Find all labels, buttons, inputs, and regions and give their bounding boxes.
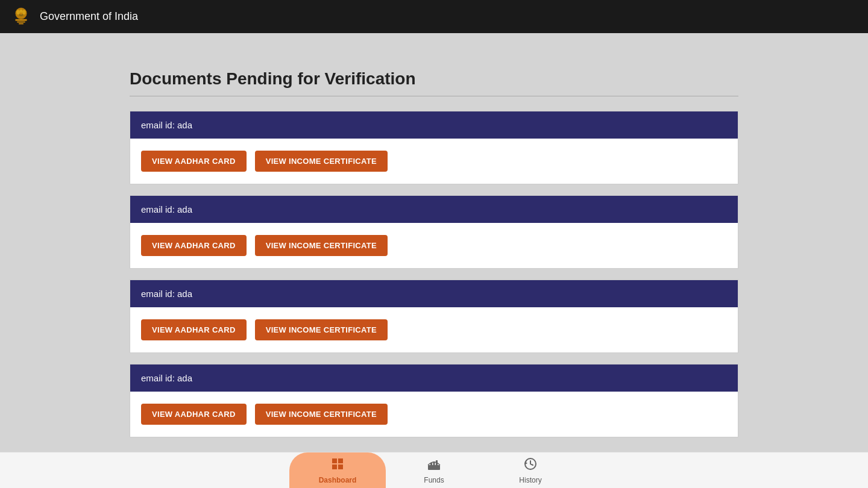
app-title: Government of India [40,10,138,23]
view-aadhar-button-2[interactable]: VIEW AADHAR CARD [141,319,247,340]
card-header-1: email id: ada [130,196,738,223]
nav-label-history: History [519,476,541,484]
document-card-2: email id: ada VIEW AADHAR CARD VIEW INCO… [130,280,738,353]
svg-point-6 [16,10,20,14]
svg-rect-1 [16,19,27,20]
card-email-0: email id: ada [141,120,192,130]
page-title: Documents Pending for Verification [130,69,738,89]
view-aadhar-button-0[interactable]: VIEW AADHAR CARD [141,151,247,172]
title-divider [130,96,738,96]
app-header: Government of India [0,0,868,33]
card-body-3: VIEW AADHAR CARD VIEW INCOME CERTIFICATE [130,392,738,437]
view-income-button-0[interactable]: VIEW INCOME CERTIFICATE [255,151,388,172]
svg-rect-9 [332,458,337,463]
funds-icon [427,457,441,475]
svg-rect-12 [338,465,343,469]
card-body-2: VIEW AADHAR CARD VIEW INCOME CERTIFICATE [130,307,738,352]
government-emblem [10,5,33,28]
view-income-button-3[interactable]: VIEW INCOME CERTIFICATE [255,404,388,425]
document-card-1: email id: ada VIEW AADHAR CARD VIEW INCO… [130,195,738,269]
card-body-0: VIEW AADHAR CARD VIEW INCOME CERTIFICATE [130,139,738,184]
view-aadhar-button-3[interactable]: VIEW AADHAR CARD [141,404,247,425]
svg-rect-10 [338,458,343,463]
svg-rect-13 [428,465,440,470]
view-income-button-2[interactable]: VIEW INCOME CERTIFICATE [255,319,388,340]
card-email-3: email id: ada [141,373,192,383]
document-card-0: email id: ada VIEW AADHAR CARD VIEW INCO… [130,111,738,184]
bottom-nav: Dashboard Funds History [0,452,868,488]
main-content: Documents Pending for Verification email… [0,33,868,488]
card-header-0: email id: ada [130,111,738,139]
svg-rect-3 [19,23,24,24]
cards-container: email id: ada VIEW AADHAR CARD VIEW INCO… [130,111,738,437]
card-email-2: email id: ada [141,289,192,299]
history-icon [523,457,538,475]
dashboard-icon [330,457,345,475]
card-header-3: email id: ada [130,364,738,392]
card-body-1: VIEW AADHAR CARD VIEW INCOME CERTIFICATE [130,223,738,268]
view-aadhar-button-1[interactable]: VIEW AADHAR CARD [141,235,247,256]
nav-item-history[interactable]: History [482,452,579,489]
nav-item-funds[interactable]: Funds [386,452,482,489]
view-income-button-1[interactable]: VIEW INCOME CERTIFICATE [255,235,388,256]
document-card-3: email id: ada VIEW AADHAR CARD VIEW INCO… [130,364,738,437]
svg-rect-2 [17,21,25,22]
nav-item-dashboard[interactable]: Dashboard [289,452,386,489]
card-email-1: email id: ada [141,204,192,214]
svg-marker-18 [525,461,527,465]
svg-point-7 [22,10,26,14]
card-header-2: email id: ada [130,280,738,307]
svg-point-8 [20,9,23,13]
svg-rect-11 [332,465,337,469]
nav-label-funds: Funds [424,476,444,484]
nav-label-dashboard: Dashboard [319,476,357,484]
